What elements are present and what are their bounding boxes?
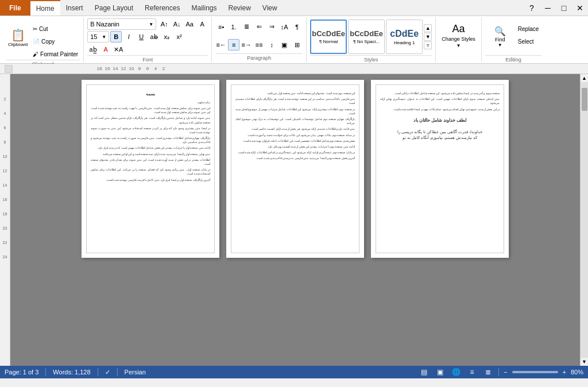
- font-size-selector[interactable]: 15 ▼: [87, 31, 109, 42]
- scroll-track[interactable]: [581, 82, 588, 358]
- page-1[interactable]: بسمه بنام خداوند این متن نمونه برای نمای…: [82, 80, 219, 258]
- select-button[interactable]: Select: [516, 36, 541, 47]
- strikethrough-button[interactable]: ab̶: [148, 31, 160, 42]
- scroll-up-button[interactable]: ▲: [581, 74, 589, 82]
- tab-home[interactable]: Home: [30, 0, 60, 16]
- help-button[interactable]: ?: [524, 0, 540, 16]
- language-indicator[interactable]: Persian: [125, 369, 146, 376]
- tab-insert[interactable]: Insert: [60, 0, 89, 16]
- sort-button[interactable]: ↕A: [278, 21, 290, 33]
- font-family-selector[interactable]: B Nazanin ▼: [87, 18, 156, 30]
- increase-indent-button[interactable]: ⇒: [266, 21, 277, 33]
- main-area: 2 4 6 8 10 12 14 16 18 20 22 24 بسمه بنا…: [0, 74, 588, 366]
- numbering-button[interactable]: 1.: [228, 21, 239, 33]
- text-effects-button[interactable]: A: [196, 18, 208, 30]
- tab-review[interactable]: Review: [222, 0, 256, 16]
- styles-label: Styles: [310, 55, 432, 63]
- large-text-page3: لطف خداوند شامل حالتان باد: [380, 117, 500, 123]
- font-color-button[interactable]: A: [100, 44, 111, 55]
- italic-button[interactable]: I: [123, 31, 134, 42]
- align-center-button[interactable]: ≡: [228, 39, 239, 51]
- close-button[interactable]: ✕: [572, 0, 588, 16]
- scroll-down-button[interactable]: ▼: [581, 358, 589, 366]
- print-layout-button[interactable]: ▤: [418, 367, 430, 377]
- show-formatting-button[interactable]: ¶: [291, 21, 303, 33]
- style-no-spacing[interactable]: bCcDdEe ¶ No Spaci...: [348, 20, 385, 54]
- shading-button[interactable]: ▣: [278, 39, 290, 51]
- ruler: 18 16 14 12 10 8 6 4 2: [0, 64, 588, 74]
- change-case-button[interactable]: Aa: [184, 18, 195, 30]
- tab-bar: File Home Insert Page Layout References …: [0, 0, 588, 16]
- scroll-down-icon[interactable]: ▼: [424, 33, 432, 41]
- outline-button[interactable]: ≡: [466, 367, 478, 377]
- line-spacing-button[interactable]: ↕: [266, 39, 277, 51]
- replace-button[interactable]: Replace: [516, 23, 541, 34]
- paste-button[interactable]: 📋 Clipboard: [6, 21, 30, 55]
- style-heading1[interactable]: cDdEe Heading 1: [386, 20, 423, 54]
- zoom-level: 80%: [571, 369, 583, 376]
- tab-view[interactable]: View: [257, 0, 283, 16]
- font-label: Font: [87, 55, 208, 63]
- status-bar: Page: 1 of 3 Words: 1,128 ✓ Persian ▤ ▣ …: [0, 366, 588, 378]
- font-group: B Nazanin ▼ A↑ A↓ Aa A 15 ▼ B I U ab̶: [84, 17, 212, 62]
- page-3[interactable]: صفحه سوم و آخر سند در اینجا نمایش داده م…: [371, 80, 509, 258]
- web-layout-button[interactable]: 🌐: [450, 367, 462, 377]
- file-tab[interactable]: File: [0, 0, 30, 16]
- zoom-increase-button[interactable]: +: [563, 369, 566, 376]
- maximize-button[interactable]: □: [556, 0, 572, 16]
- style-normal[interactable]: bCcDdEe ¶ Normal: [310, 20, 347, 54]
- left-ruler: 2 4 6 8 10 12 14 16 18 20 22 24: [0, 74, 10, 366]
- paragraph-label: Paragraph: [215, 53, 303, 61]
- zoom-slider[interactable]: [512, 371, 558, 373]
- ribbon: 📋 Clipboard ✂ Cut 📄 Copy 🖌 Format Painte…: [0, 16, 588, 64]
- scroll-thumb[interactable]: [582, 88, 587, 111]
- text-highlight-button[interactable]: ab̲: [87, 44, 99, 55]
- align-left-button[interactable]: ≡←: [215, 39, 227, 51]
- status-right: ▤ ▣ 🌐 ≡ ≣ − + 80%: [418, 367, 583, 377]
- status-left: Page: 1 of 3 Words: 1,128 ✓ Persian: [5, 368, 146, 376]
- format-painter-button[interactable]: 🖌 Format Painter: [31, 48, 80, 60]
- find-button[interactable]: 🔍 Find ▼: [486, 21, 514, 53]
- full-reading-button[interactable]: ▣: [434, 367, 446, 377]
- multilevel-list-button[interactable]: ≣: [241, 21, 252, 33]
- styles-group: bCcDdEe ¶ Normal bCcDdEe ¶ No Spaci... c…: [307, 17, 436, 62]
- superscript-button[interactable]: x²: [173, 31, 185, 42]
- ruler-marks: 18 16 14 12 10 8 6 4 2: [95, 66, 168, 71]
- scroll-up-icon[interactable]: ▲: [424, 24, 432, 32]
- page-title-1: بسمه: [91, 91, 210, 97]
- page-content-1: بنام خداوند این متن نمونه برای نمایش صفح…: [91, 100, 210, 182]
- increase-font-size-button[interactable]: A↑: [158, 18, 170, 30]
- editing-group: 🔍 Find ▼ Replace Select Editing: [482, 17, 546, 62]
- copy-button[interactable]: 📄 Copy: [31, 36, 80, 47]
- align-right-button[interactable]: ≡→: [241, 39, 252, 51]
- zoom-decrease-button[interactable]: −: [504, 369, 507, 376]
- tab-references[interactable]: References: [139, 0, 185, 16]
- tab-mailings[interactable]: Mailings: [185, 0, 222, 16]
- status-divider-4: [498, 368, 499, 376]
- find-icon: 🔍: [494, 26, 506, 37]
- clipboard-group: 📋 Clipboard ✂ Cut 📄 Copy 🖌 Format Painte…: [2, 17, 84, 62]
- paragraph-group: ≡• 1. ≣ ⇐ ⇒ ↕A ¶ ≡← ≡ ≡→ ≡≡ ↕ ▣ ⊞ Paragr…: [212, 17, 307, 62]
- scroll-more-icon[interactable]: ▿: [424, 41, 432, 49]
- page-content-2: این صفحه دوم سند است. محتوای این صفحه اد…: [235, 91, 355, 160]
- tab-page-layout[interactable]: Page Layout: [89, 0, 139, 16]
- ruler-icon[interactable]: [5, 65, 13, 73]
- subscript-button[interactable]: x₂: [161, 31, 172, 42]
- minimize-button[interactable]: ─: [540, 0, 556, 16]
- decrease-font-size-button[interactable]: A↓: [171, 18, 183, 30]
- underline-button[interactable]: U: [136, 31, 147, 42]
- ribbon-content: 📋 Clipboard ✂ Cut 📄 Copy 🖌 Format Painte…: [0, 16, 588, 63]
- borders-button[interactable]: ⊞: [291, 39, 303, 51]
- bullets-button[interactable]: ≡•: [215, 21, 227, 33]
- style-scroll[interactable]: ▲ ▼ ▿: [424, 24, 432, 49]
- cut-button[interactable]: ✂ Cut: [31, 23, 80, 34]
- decrease-indent-button[interactable]: ⇐: [253, 21, 265, 33]
- clear-formatting-button[interactable]: ✕A: [113, 44, 124, 55]
- justify-button[interactable]: ≡≡: [253, 39, 265, 51]
- status-divider-2: [98, 368, 98, 376]
- change-styles-button[interactable]: Aa Change Styles ▼: [439, 18, 478, 53]
- bold-button[interactable]: B: [110, 31, 122, 42]
- draft-button[interactable]: ≣: [482, 367, 494, 377]
- page-2[interactable]: این صفحه دوم سند است. محتوای این صفحه اد…: [226, 80, 364, 258]
- page-status: Page: 1 of 3: [5, 369, 38, 376]
